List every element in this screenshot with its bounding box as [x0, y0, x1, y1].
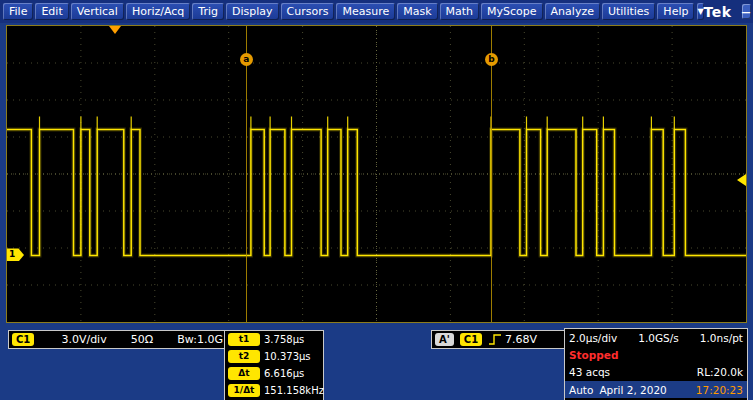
channel-bandwidth: Bw:1.0G [177, 333, 223, 346]
cursor-b-label[interactable]: b [485, 53, 498, 66]
menu-item-cursors[interactable]: Cursors [281, 3, 335, 20]
menu-item-horiz-acq[interactable]: Horiz/Acq [126, 3, 190, 20]
cursor-row-value: 151.158kHz [264, 385, 324, 396]
cursor-row-badge: Δt [228, 367, 260, 380]
time-label: 17:20:23 [696, 384, 743, 396]
acquisition-status: Stopped [569, 349, 618, 361]
menu-item-display[interactable]: Display [226, 3, 279, 20]
trigger-level-marker[interactable] [737, 174, 746, 186]
cursor-row-t2: t210.373µs [225, 348, 323, 365]
record-length: RL:20.0k [697, 366, 743, 378]
datetime-row: Auto April 2, 2020 17:20:23 [565, 381, 747, 398]
acq-count: 43 acqs [569, 366, 610, 378]
menu-item-file[interactable]: File [3, 3, 33, 20]
cursor-row-value: 3.758µs [264, 334, 304, 345]
cursor-row-badge: t1 [228, 333, 260, 346]
trigger-readout[interactable]: A' C1 7.68V [431, 330, 565, 349]
waveform-display: a b 1 [6, 25, 747, 323]
menu-item-vertical[interactable]: Vertical [71, 3, 124, 20]
cursor-a-label[interactable]: a [240, 53, 253, 66]
trigger-a-badge: A' [435, 333, 454, 346]
cursor-row-badge: t2 [228, 350, 260, 363]
trigger-channel-badge: C1 [460, 333, 482, 346]
acquisition-status-row: Stopped [565, 346, 747, 363]
readout-bar: C1 3.0V/div 50Ω Bw:1.0G t13.758µst210.37… [0, 323, 753, 400]
waveform-svg [7, 26, 746, 322]
menu-item-help[interactable]: Help [657, 3, 694, 20]
menu-item-measure[interactable]: Measure [336, 3, 395, 20]
minimize-button[interactable]: — [742, 4, 751, 19]
sample-rate: 1.0GS/s [638, 332, 679, 344]
cursor-a-line[interactable] [246, 26, 247, 322]
rising-edge-icon [488, 333, 502, 346]
menu-item-utilities[interactable]: Utilities [602, 3, 655, 20]
trigger-mode: Auto [569, 384, 593, 396]
channel-impedance: 50Ω [131, 333, 153, 346]
trigger-level: 7.68V [505, 333, 537, 346]
channel-badge: C1 [12, 333, 34, 346]
menu-item-trig[interactable]: Trig [192, 3, 224, 20]
cursor-row-t: Δt6.616µs [225, 365, 323, 382]
menu-item-math[interactable]: Math [440, 3, 480, 20]
cursor-row-1t: 1/Δt151.158kHz [225, 382, 323, 399]
oscilloscope-screen: FileEditVerticalHoriz/AcqTrigDisplayCurs… [0, 0, 753, 400]
horizontal-settings-row: 2.0µs/div 1.0GS/s 1.0ns/pt [565, 329, 747, 346]
cursor-row-value: 10.373µs [264, 351, 311, 362]
cursor-b-line[interactable] [491, 26, 492, 322]
resolution: 1.0ns/pt [700, 332, 743, 344]
menu-item-myscope[interactable]: MyScope [481, 3, 543, 20]
menu-item-mask[interactable]: Mask [397, 3, 437, 20]
timebase: 2.0µs/div [569, 332, 617, 344]
menu-items: FileEditVerticalHoriz/AcqTrigDisplayCurs… [3, 3, 694, 20]
cursor-row-t1: t13.758µs [225, 331, 323, 348]
tek-logo: Tek [704, 4, 740, 20]
menu-item-analyze[interactable]: Analyze [545, 3, 600, 20]
menu-bar: FileEditVerticalHoriz/AcqTrigDisplayCurs… [0, 0, 753, 23]
cursor-row-value: 6.616µs [264, 368, 304, 379]
cursor-row-badge: 1/Δt [228, 384, 260, 397]
menu-item-edit[interactable]: Edit [35, 3, 68, 20]
acquisition-count-row: 43 acqs RL:20.0k [565, 363, 747, 380]
trigger-position-marker[interactable] [109, 26, 121, 34]
channel-readout[interactable]: C1 3.0V/div 50Ω Bw:1.0G [8, 330, 232, 349]
channel-scale: 3.0V/div [61, 333, 106, 346]
horizontal-readout: 2.0µs/div 1.0GS/s 1.0ns/pt Stopped 43 ac… [564, 328, 748, 400]
date-label: April 2, 2020 [599, 384, 666, 396]
cursor-readout: t13.758µst210.373µsΔt6.616µs1/Δt151.158k… [224, 330, 324, 400]
